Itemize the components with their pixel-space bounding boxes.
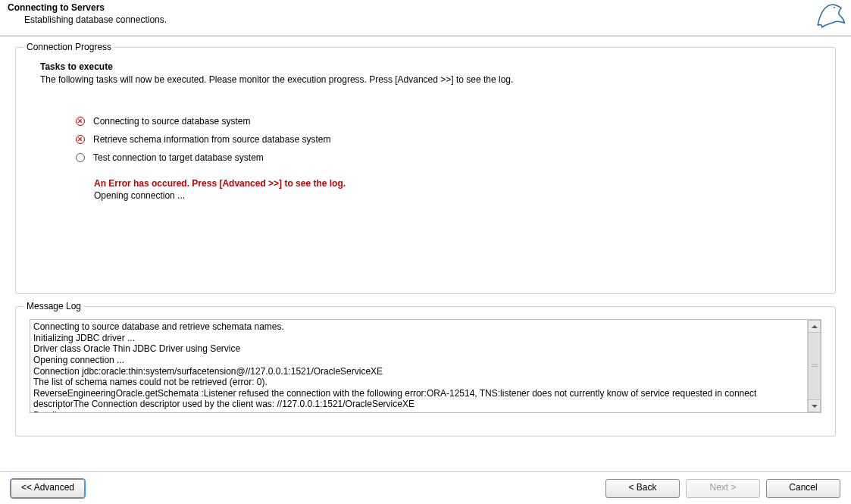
tasks-desc: The following tasks will now be executed… (40, 74, 821, 86)
connection-progress-group: Connection Progress Tasks to execute The… (15, 47, 836, 294)
task-row: Test connection to target database syste… (75, 152, 821, 163)
pending-circle-icon (75, 152, 86, 163)
cancel-button[interactable]: Cancel (766, 479, 840, 498)
back-button[interactable]: < Back (605, 479, 680, 498)
scroll-up-button[interactable] (808, 320, 821, 333)
error-icon (75, 116, 86, 127)
message-log-text[interactable]: Connecting to source database and retrie… (30, 320, 807, 412)
status-message: Opening connection ... (94, 190, 821, 201)
tasks-title: Tasks to execute (40, 61, 821, 72)
mysql-dolphin-logo-icon (815, 0, 846, 33)
message-log-group: Message Log Connecting to source databas… (15, 306, 836, 437)
task-label: Connecting to source database system (93, 116, 250, 127)
error-icon (75, 134, 86, 145)
scroll-down-button[interactable] (808, 399, 821, 412)
page-title: Connecting to Servers (8, 2, 843, 13)
task-label: Retrieve schema information from source … (93, 134, 330, 145)
connection-progress-legend: Connection Progress (23, 42, 114, 52)
next-button: Next > (686, 479, 760, 498)
message-log-legend: Message Log (23, 301, 84, 311)
task-row: Connecting to source database system (75, 116, 821, 127)
page-subtitle: Establishing database connections. (24, 14, 843, 25)
error-message: An Error has occured. Press [Advanced >>… (94, 178, 821, 189)
svg-point-0 (834, 7, 835, 8)
scroll-thumb[interactable] (808, 333, 821, 399)
task-label: Test connection to target database syste… (93, 152, 264, 163)
wizard-footer: << Advanced < Back Next > Cancel (0, 471, 851, 504)
task-row: Retrieve schema information from source … (75, 134, 821, 145)
advanced-button[interactable]: << Advanced (11, 479, 85, 498)
log-scrollbar[interactable] (807, 320, 821, 412)
wizard-header: Connecting to Servers Establishing datab… (0, 0, 851, 36)
